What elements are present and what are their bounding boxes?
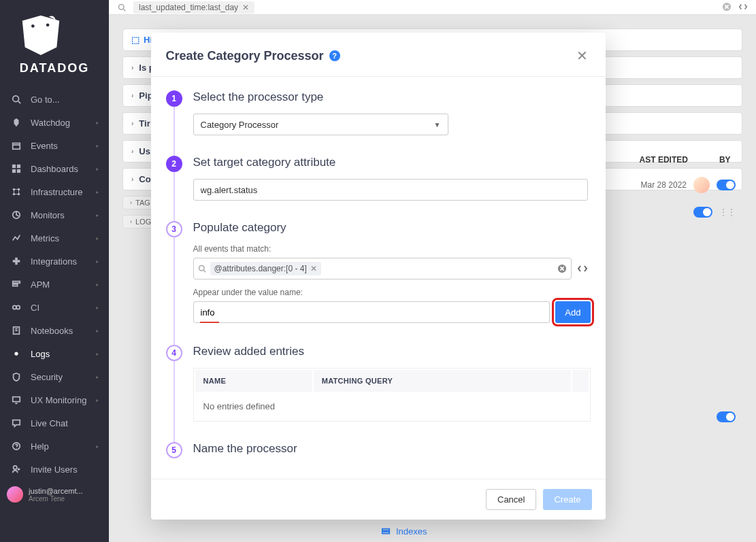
entries-table: NAME MATCHING QUERY No entries defined <box>193 368 591 422</box>
step-3: 3 Populate category All events that matc… <box>166 221 591 345</box>
col-query: MATCHING QUERY <box>314 370 571 392</box>
step-badge: 4 <box>166 345 182 361</box>
value-name-input[interactable] <box>193 301 550 323</box>
close-icon[interactable]: ✕ <box>310 264 317 273</box>
modal: Create Category Processor ? ✕ 1 Select t… <box>151 33 606 520</box>
caret-down-icon: ▼ <box>434 121 441 129</box>
cancel-button[interactable]: Cancel <box>486 489 536 510</box>
step-connector <box>174 172 175 221</box>
processor-type-select[interactable]: Category Processor ▼ <box>193 114 448 135</box>
col-actions <box>572 370 589 392</box>
step-5: 5 Name the processor <box>166 442 591 456</box>
step-title: Review added entries <box>193 345 591 358</box>
modal-body: 1 Select the processor type Category Pro… <box>151 77 606 479</box>
query-pill[interactable]: @attributes.danger:[0 - 4]✕ <box>210 262 321 275</box>
step-title: Name the processor <box>193 442 591 456</box>
modal-overlay: Create Category Processor ? ✕ 1 Select t… <box>0 0 756 542</box>
add-button[interactable]: Add <box>555 301 590 323</box>
step-badge: 2 <box>166 156 182 172</box>
step-1: 1 Select the processor type Category Pro… <box>166 90 591 156</box>
create-button[interactable]: Create <box>543 489 591 510</box>
step-badge: 1 <box>166 90 182 107</box>
help-icon[interactable]: ? <box>329 50 340 61</box>
clear-icon[interactable] <box>557 264 567 273</box>
code-icon[interactable] <box>577 263 591 274</box>
step-connector <box>174 107 175 156</box>
step-title: Set target category attribute <box>193 156 591 169</box>
modal-title: Create Category Processor <box>166 49 324 63</box>
search-icon <box>198 265 206 273</box>
input-underline <box>200 322 219 323</box>
modal-footer: Cancel Create <box>151 479 606 520</box>
col-name: NAME <box>195 370 312 392</box>
step-badge: 3 <box>166 221 182 237</box>
target-attribute-input[interactable] <box>193 179 588 201</box>
step-connector <box>174 237 175 345</box>
step-2: 2 Set target category attribute <box>166 156 591 221</box>
step-title: Select the processor type <box>193 90 591 104</box>
close-icon[interactable]: ✕ <box>574 45 591 67</box>
query-input[interactable]: @attributes.danger:[0 - 4]✕ <box>193 258 572 280</box>
step-title: Populate category <box>193 221 591 235</box>
step-badge: 5 <box>166 442 182 458</box>
match-label: All events that match: <box>193 244 591 254</box>
empty-message: No entries defined <box>195 393 589 420</box>
svg-point-26 <box>199 266 204 271</box>
step-4: 4 Review added entries NAME MATCHING QUE… <box>166 345 591 442</box>
step-connector <box>174 361 175 442</box>
modal-header: Create Category Processor ? ✕ <box>151 33 606 77</box>
value-label: Appear under the value name: <box>193 288 591 297</box>
